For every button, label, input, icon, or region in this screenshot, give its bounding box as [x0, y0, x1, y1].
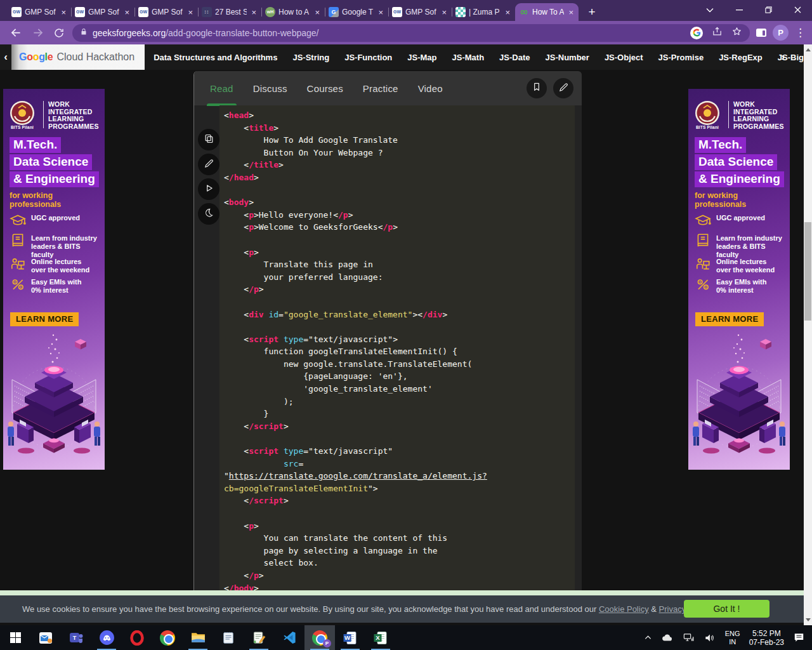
tab-close-icon[interactable]: × [440, 8, 448, 17]
network-icon[interactable] [678, 625, 699, 650]
learn-more-button[interactable]: LEARN MORE [10, 312, 79, 326]
tab-close-icon[interactable]: × [377, 8, 384, 17]
desktop-screen: GWGMP Sof× GWGMP Sof× GWGMP Sof× ::27 Be… [0, 0, 812, 650]
run-code-button[interactable] [198, 178, 219, 200]
language-indicator[interactable]: ENGIN [721, 625, 745, 650]
tab-close-icon[interactable]: × [60, 8, 67, 17]
browser-tab[interactable]: GGoogle T× [325, 3, 388, 21]
edit-code-button[interactable] [198, 154, 219, 175]
ad-subtitle: for working professionals [695, 191, 790, 209]
ad-feature: Learn from industryleaders & BITS facult… [10, 232, 105, 259]
taskbar-teams-icon[interactable]: T [61, 625, 91, 650]
sponsor-banner-google-cloud-hackathon[interactable]: Google Cloud Hackathon [11, 44, 145, 70]
tab-search-chevron-icon[interactable] [695, 0, 724, 20]
nav-scroll-left-icon[interactable]: ‹ [0, 51, 11, 63]
bookmark-button[interactable] [527, 78, 547, 98]
nav-item-js-object[interactable]: JS-Object [605, 53, 643, 62]
back-icon[interactable] [5, 23, 27, 43]
start-button[interactable] [0, 625, 30, 650]
tab-discuss[interactable]: Discuss [253, 83, 287, 94]
scrollbar-thumb[interactable] [804, 222, 811, 321]
feature-text: over the weekend [716, 266, 775, 274]
tab-courses[interactable]: Courses [307, 83, 343, 94]
learn-more-button[interactable]: LEARN MORE [695, 312, 764, 326]
taskbar-vscode-icon[interactable] [274, 625, 304, 650]
taskbar-mail-app-icon[interactable] [30, 625, 61, 650]
taskbar-opera-icon[interactable] [122, 625, 152, 650]
bits-pilani-logo [695, 100, 720, 128]
nav-item-js-regexp[interactable]: JS-RegExp [719, 53, 763, 62]
close-window-button[interactable] [783, 0, 812, 20]
restore-button[interactable] [754, 0, 783, 20]
tab-close-icon[interactable]: × [187, 8, 194, 17]
tab-close-icon[interactable]: × [313, 8, 321, 17]
book-icon [695, 232, 711, 251]
taskbar-journal-icon[interactable] [244, 625, 274, 650]
taskbar-word-icon[interactable]: W [335, 625, 365, 650]
dark-mode-button[interactable] [198, 203, 219, 225]
browser-tab[interactable]: GWGMP Sof× [388, 3, 452, 21]
nav-scroll-right-icon[interactable]: › [781, 44, 785, 70]
programme-line: WORK [48, 101, 99, 109]
google-extension-icon[interactable] [690, 27, 703, 39]
ad-headline: M.Tech. Data Science & Engineering [695, 137, 784, 189]
taskbar-file-explorer-icon[interactable] [183, 625, 213, 650]
browser-tab-active[interactable]: ∞How To A× [515, 3, 579, 21]
copy-icon [204, 133, 214, 147]
tray-chevron-up-icon[interactable] [639, 625, 657, 650]
share-icon[interactable] [712, 26, 723, 39]
taskbar-excel-icon[interactable]: X [365, 625, 396, 650]
browser-tab[interactable]: GWGMP Sof× [134, 3, 198, 21]
nav-item-dsa[interactable]: Data Structures and Algorithms [154, 53, 277, 62]
scroll-down-icon[interactable] [806, 618, 811, 621]
bits-pilani-ad-left[interactable]: BITS Pilani WORK INTEGRATED LEARNING PRO… [3, 89, 105, 470]
reload-icon[interactable] [48, 23, 70, 43]
nav-item-js-function[interactable]: JS-Function [344, 53, 392, 62]
taskbar-chrome-profile-icon[interactable]: P [304, 625, 335, 650]
minimize-button[interactable] [724, 0, 754, 20]
scroll-up-icon[interactable] [806, 48, 811, 51]
nav-item-js-string[interactable]: JS-String [292, 53, 329, 62]
taskbar-notepad-icon[interactable] [213, 625, 244, 650]
browser-tab[interactable]: wHHow to A× [261, 3, 325, 21]
nav-item-js-number[interactable]: JS-Number [546, 53, 589, 62]
browser-tab[interactable]: GWGMP Sof× [71, 3, 134, 21]
edit-article-button[interactable] [553, 78, 573, 98]
browser-tab[interactable]: | Zuma P× [452, 3, 515, 21]
browser-menu-icon[interactable]: ⋮ [795, 27, 806, 38]
taskbar-discord-icon[interactable] [91, 625, 122, 650]
volume-icon[interactable] [699, 625, 721, 650]
programme-text: WORK INTEGRATED LEARNING PROGRAMMES [733, 101, 784, 130]
headline-line: & Engineering [10, 171, 99, 187]
url-text[interactable]: geeksforgeeks.org/add-google-translate-b… [93, 28, 685, 38]
tab-close-icon[interactable]: × [504, 8, 511, 17]
bits-pilani-ad-right[interactable]: BITS Pilani WORK INTEGRATED LEARNING PRO… [688, 89, 790, 470]
tab-read[interactable]: Read [210, 83, 233, 94]
nav-item-js-math[interactable]: JS-Math [452, 53, 485, 62]
clock[interactable]: 5:52 PM07-Feb-23 [745, 625, 789, 650]
nav-item-js-promise[interactable]: JS-Promise [658, 53, 704, 62]
tab-practice[interactable]: Practice [363, 83, 398, 94]
copy-code-button[interactable] [198, 129, 219, 150]
tab-close-icon[interactable]: × [250, 8, 258, 17]
browser-tab[interactable]: ::27 Best S× [198, 3, 261, 21]
side-panel-icon[interactable] [756, 29, 766, 37]
page-scrollbar[interactable] [804, 44, 812, 625]
browser-tab[interactable]: GWGMP Sof× [8, 3, 71, 21]
tab-video[interactable]: Video [418, 83, 443, 94]
got-it-button[interactable]: Got It ! [684, 600, 769, 618]
tab-close-icon[interactable]: × [123, 8, 131, 17]
bookmark-star-icon[interactable] [731, 26, 742, 39]
forward-icon[interactable] [27, 23, 48, 43]
profile-avatar[interactable]: P [773, 25, 789, 41]
taskbar-chrome-icon[interactable] [152, 625, 183, 650]
address-bar[interactable]: geeksforgeeks.org/add-google-translate-b… [72, 24, 750, 42]
tab-close-icon[interactable]: × [567, 8, 575, 17]
notification-center-icon[interactable] [789, 625, 809, 650]
book-icon [10, 232, 26, 251]
cookie-policy-link[interactable]: Cookie Policy [599, 604, 649, 614]
nav-item-js-date[interactable]: JS-Date [499, 53, 530, 62]
onedrive-cloud-icon[interactable] [657, 625, 678, 650]
new-tab-button[interactable]: + [582, 3, 601, 21]
nav-item-js-map[interactable]: JS-Map [407, 53, 436, 62]
